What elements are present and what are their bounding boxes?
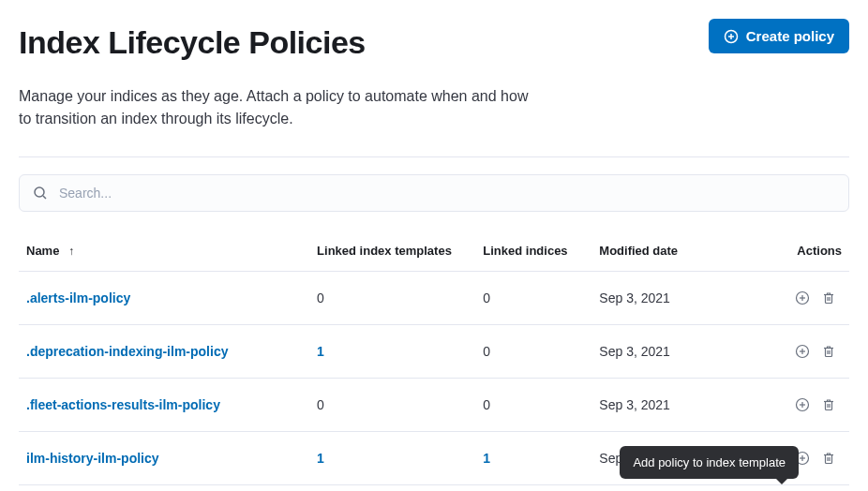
modified-date: Sep 3, 2021 xyxy=(591,485,757,492)
column-header-linked-indices[interactable]: Linked indices xyxy=(475,236,591,272)
delete-policy-button[interactable] xyxy=(816,338,842,365)
tooltip: Add policy to index template xyxy=(620,446,799,479)
policy-name-link[interactable]: .deprecation-indexing-ilm-policy xyxy=(26,344,228,359)
modified-date: Sep 3, 2021 xyxy=(591,272,757,325)
linked-templates-link[interactable]: 1 xyxy=(317,451,324,466)
delete-policy-button[interactable] xyxy=(816,392,842,418)
section-divider xyxy=(19,156,849,157)
table-row: .fleet-actions-results-ilm-policy00Sep 3… xyxy=(19,379,849,432)
add-to-template-button[interactable] xyxy=(789,285,816,311)
trash-icon xyxy=(821,451,836,466)
search-box[interactable] xyxy=(19,174,849,212)
svg-point-3 xyxy=(35,187,44,197)
page-subtitle: Manage your indices as they age. Attach … xyxy=(19,85,544,130)
plus-circle-icon xyxy=(795,290,810,305)
search-input[interactable] xyxy=(57,185,835,201)
table-row: .alerts-ilm-policy00Sep 3, 2021 xyxy=(19,272,849,325)
linked-templates-value: 0 xyxy=(317,290,324,305)
trash-icon xyxy=(821,397,836,412)
plus-circle-icon xyxy=(724,29,739,44)
table-row: .deprecation-indexing-ilm-policy10Sep 3,… xyxy=(19,325,849,379)
plus-circle-icon xyxy=(795,344,810,359)
linked-indices-value: 0 xyxy=(483,344,490,359)
column-header-name[interactable]: Name ↑ xyxy=(19,236,309,272)
trash-icon xyxy=(821,290,836,305)
create-policy-button[interactable]: Create policy xyxy=(709,19,849,53)
column-header-linked-templates[interactable]: Linked index templates xyxy=(309,236,475,272)
linked-indices-value: 0 xyxy=(483,397,490,412)
policy-name-link[interactable]: .alerts-ilm-policy xyxy=(26,290,130,305)
trash-icon xyxy=(821,344,836,359)
delete-policy-button[interactable] xyxy=(816,285,842,311)
table-row: kibana-event-log-policy01Sep 3, 2021Add … xyxy=(19,485,849,492)
linked-indices-value: 0 xyxy=(483,290,490,305)
column-header-actions: Actions xyxy=(758,236,849,272)
policy-name-link[interactable]: ilm-history-ilm-policy xyxy=(26,451,159,466)
svg-line-4 xyxy=(43,196,46,199)
policy-name-link[interactable]: .fleet-actions-results-ilm-policy xyxy=(26,397,220,412)
search-icon xyxy=(33,186,48,201)
column-header-modified[interactable]: Modified date xyxy=(591,236,757,272)
modified-date: Sep 3, 2021 xyxy=(591,379,757,432)
plus-circle-icon xyxy=(795,397,810,412)
modified-date: Sep 3, 2021 xyxy=(591,325,757,379)
linked-templates-link[interactable]: 1 xyxy=(317,344,324,359)
add-to-template-button[interactable] xyxy=(789,338,816,365)
linked-indices-link[interactable]: 1 xyxy=(483,451,490,466)
linked-templates-value: 0 xyxy=(317,397,324,412)
add-to-template-button[interactable] xyxy=(789,392,816,418)
sort-asc-icon: ↑ xyxy=(68,245,74,258)
delete-policy-button[interactable] xyxy=(816,445,842,471)
create-policy-label: Create policy xyxy=(746,28,834,44)
policies-table: Name ↑ Linked index templates Linked ind… xyxy=(19,236,849,491)
page-title: Index Lifecycle Policies xyxy=(19,24,366,61)
